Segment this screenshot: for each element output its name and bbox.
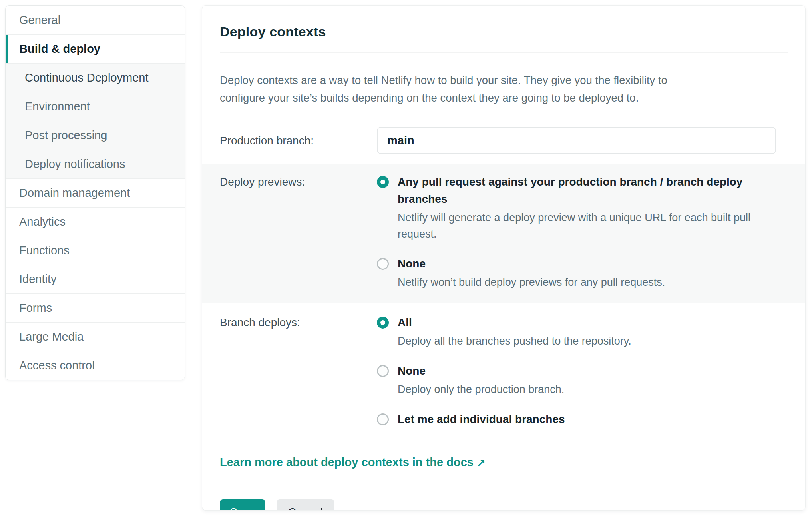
option-description: Deploy only the production branch. [398,381,564,398]
option-previews-none: None Netlify won’t build deploy previews… [377,255,750,291]
cancel-button[interactable]: Cancel [277,499,334,511]
option-title: None [398,362,564,379]
save-button[interactable]: Save [220,499,265,511]
deploy-previews-radio-none[interactable] [377,258,389,270]
sidebar-item-general[interactable]: General [6,6,185,34]
settings-page: General Build & deploy Continuous Deploy… [0,0,812,511]
option-description: Deploy all the branches pushed to the re… [398,333,631,349]
branch-deploys-options: All Deploy all the branches pushed to th… [377,314,631,428]
deploy-previews-section: Deploy previews: Any pull request agains… [202,164,805,303]
docs-link-label: Learn more about deploy contexts in the … [220,456,474,469]
option-any-pull-request: Any pull request against your production… [377,173,750,242]
production-branch-row: Production branch: [220,127,788,154]
option-branches-all: All Deploy all the branches pushed to th… [377,314,631,349]
option-description: Netlify will generate a deploy preview w… [398,210,750,242]
option-title: Any pull request against your production… [398,173,750,208]
branch-deploys-section: Branch deploys: All Deploy all the branc… [220,303,788,428]
sidebar-item-access-control[interactable]: Access control [6,351,185,380]
option-description: Netlify won’t build deploy previews for … [398,274,665,291]
sidebar-item-analytics[interactable]: Analytics [6,207,185,236]
production-branch-input[interactable] [377,127,776,154]
option-title: None [398,255,665,272]
external-link-icon: ↗ [477,457,486,469]
sidebar-item-deploy-notifications[interactable]: Deploy notifications [6,150,185,178]
deploy-previews-options: Any pull request against your production… [377,173,750,291]
option-title: All [398,314,631,331]
deploy-previews-label: Deploy previews: [220,173,377,190]
branch-deploys-label: Branch deploys: [220,314,377,331]
title-divider [220,52,788,53]
branch-deploys-radio-individual[interactable] [377,413,389,425]
option-title: Let me add individual branches [398,411,565,428]
page-title: Deploy contexts [220,24,788,40]
deploy-previews-radio-any-pr[interactable] [377,176,389,188]
form-actions: Save Cancel [220,499,788,511]
settings-sidebar: General Build & deploy Continuous Deploy… [5,5,185,380]
branch-deploys-radio-all[interactable] [377,317,389,329]
sidebar-item-continuous-deployment[interactable]: Continuous Deployment [6,63,185,92]
sidebar-item-functions[interactable]: Functions [6,236,185,265]
deploy-contexts-card: Deploy contexts Deploy contexts are a wa… [202,5,806,511]
deploy-contexts-description: Deploy contexts are a way to tell Netlif… [220,72,779,107]
sidebar-item-domain-management[interactable]: Domain management [6,178,185,207]
sidebar-item-post-processing[interactable]: Post processing [6,121,185,150]
sidebar-item-build-deploy[interactable]: Build & deploy [6,34,185,63]
docs-link[interactable]: Learn more about deploy contexts in the … [220,456,486,469]
sidebar-item-large-media[interactable]: Large Media [6,322,185,351]
sidebar-item-identity[interactable]: Identity [6,265,185,293]
option-branches-individual: Let me add individual branches [377,411,631,428]
production-branch-label: Production branch: [220,132,377,149]
sidebar-item-environment[interactable]: Environment [6,92,185,121]
branch-deploys-radio-none[interactable] [377,365,389,377]
option-branches-none: None Deploy only the production branch. [377,362,631,398]
sidebar-item-forms[interactable]: Forms [6,293,185,322]
